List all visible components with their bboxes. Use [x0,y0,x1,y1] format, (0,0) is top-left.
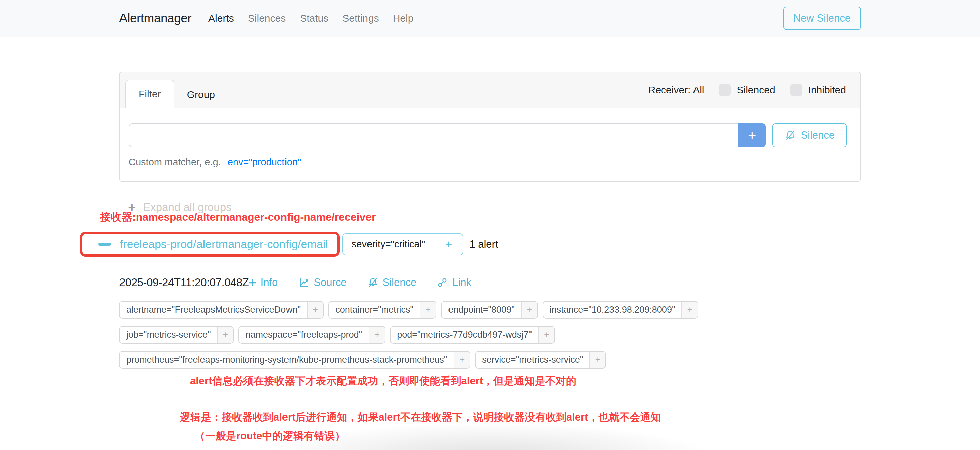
new-silence-button[interactable]: New Silence [783,7,861,30]
alert-labels: alertname="FreeleapsMetricsServiceDown" … [119,301,748,369]
label-chip: instance="10.233.98.209:8009" + [542,301,698,318]
alert-header-row: 2025-09-24T11:20:07.048Z + Info Source [119,276,861,289]
label-text: endpoint="8009" [442,301,521,318]
label-chip: prometheus="freeleaps-monitoring-system/… [119,351,470,369]
silence-label: Silence [383,276,417,288]
silenced-checkbox[interactable] [719,84,731,96]
label-chip: pod="metrics-77d9cdb497-wdsj7" + [390,326,555,344]
label-add-button[interactable]: + [681,301,697,318]
label-chip: container="metrics" + [328,301,436,318]
group-matcher-add-button[interactable]: + [434,234,463,255]
label-add-button[interactable]: + [538,326,554,343]
add-matcher-button[interactable]: + [738,124,766,147]
receiver-dropdown[interactable]: Receiver: All [648,84,704,96]
alert-timestamp: 2025-09-24T11:20:07.048Z [119,276,249,289]
label-add-button[interactable]: + [369,326,385,343]
link-icon [437,277,448,288]
label-text: alertname="FreeleapsMetricsServiceDown" [120,301,307,318]
hint-text: Custom matcher, e.g. [129,157,221,168]
label-text: pod="metrics-77d9cdb497-wdsj7" [391,326,538,343]
label-chip: service="metrics-service" + [475,351,606,369]
label-add-button[interactable]: + [521,301,537,318]
nav-item-alerts[interactable]: Alerts [208,13,234,24]
silence-filter-label: Silence [800,129,835,141]
alert-silence-link[interactable]: Silence [368,276,417,288]
main-nav: Alerts Silences Status Settings Help [208,13,414,24]
label-add-button[interactable]: + [420,301,436,318]
nav-item-status[interactable]: Status [300,13,328,24]
label-text: container="metrics" [329,301,420,318]
hint-example-link[interactable]: env="production" [228,157,301,168]
info-label: Info [261,276,278,288]
label-chip: job="metrics-service" + [119,326,234,344]
annotation-route-note: （一般是route中的逻辑有错误） [195,429,861,443]
label-text: prometheus="freeleaps-monitoring-system/… [120,352,453,368]
receiver-group-row: freeleaps-prod/alertmanager-config/email… [80,232,861,257]
app-brand[interactable]: Alertmanager [119,11,191,25]
filter-tabs: Filter Group [125,72,228,108]
alert-count: 1 alert [469,238,498,250]
label-text: instance="10.233.98.209:8009" [543,301,682,318]
receiver-group-link[interactable]: freeleaps-prod/alertmanager-config/email [120,238,328,251]
label-add-button[interactable]: + [307,301,323,318]
nav-item-settings[interactable]: Settings [342,13,379,24]
minus-icon [99,243,111,246]
tab-group[interactable]: Group [174,81,228,108]
silenced-label: Silenced [737,84,775,96]
filter-panel-body: + Silence Custom matcher, e.g. [120,108,860,181]
nav-item-silences[interactable]: Silences [248,13,286,24]
label-add-button[interactable]: + [217,326,233,343]
silenced-filter[interactable]: Silenced [719,84,775,96]
tab-filter[interactable]: Filter [125,79,174,108]
matcher-input[interactable] [129,124,738,147]
top-navbar: Alertmanager Alerts Silences Status Sett… [0,0,980,38]
label-chip: endpoint="8009" + [441,301,538,318]
plus-icon: + [249,276,256,289]
group-matcher-chip: severity="critical" + [342,233,463,255]
label-text: job="metrics-service" [120,326,217,343]
bell-slash-icon [368,277,378,288]
chart-icon [299,277,309,288]
inhibited-filter[interactable]: Inhibited [790,84,846,96]
source-label: Source [313,276,347,288]
label-text: service="metrics-service" [476,352,589,368]
silence-filter-button[interactable]: Silence [773,124,847,147]
filter-panel-header: Filter Group Receiver: All Silenced Inhi… [120,72,860,108]
link-label: Link [452,276,471,288]
annotation-alert-info: alert信息必须在接收器下才表示配置成功，否则即使能看到alert，但是通知是… [190,374,861,388]
inhibited-checkbox[interactable] [790,84,802,96]
alert-info-link[interactable]: + Info [249,276,278,289]
nav-item-help[interactable]: Help [393,13,414,24]
label-chip: namespace="freeleaps-prod" + [238,326,385,344]
alertmanager-page: Alertmanager Alerts Silences Status Sett… [0,0,980,450]
inhibited-label: Inhibited [808,84,846,96]
main-content: Filter Group Receiver: All Silenced Inhi… [119,71,861,443]
label-add-button[interactable]: + [589,352,606,368]
annotation-highlight-box: freeleaps-prod/alertmanager-config/email [80,232,340,257]
label-text: namespace="freeleaps-prod" [239,326,369,343]
groups-section: + Expand all groups 接收器:namespace/alterm… [119,201,861,443]
label-chip: alertname="FreeleapsMetricsServiceDown" … [119,301,324,318]
matcher-hint: Custom matcher, e.g. env="production" [129,157,847,168]
annotation-logic-note: 逻辑是：接收器收到alert后进行通知，如果alert不在接收器下，说明接收器没… [180,410,861,424]
alert-generator-link[interactable]: Link [437,276,471,288]
filter-panel: Filter Group Receiver: All Silenced Inhi… [119,71,861,182]
annotation-receiver-note: 接收器:namespace/altermanager-config-name/r… [100,210,861,225]
alert-source-link[interactable]: Source [299,276,347,288]
group-matcher-text: severity="critical" [343,234,434,255]
bell-slash-icon [784,130,796,141]
label-add-button[interactable]: + [453,352,469,368]
